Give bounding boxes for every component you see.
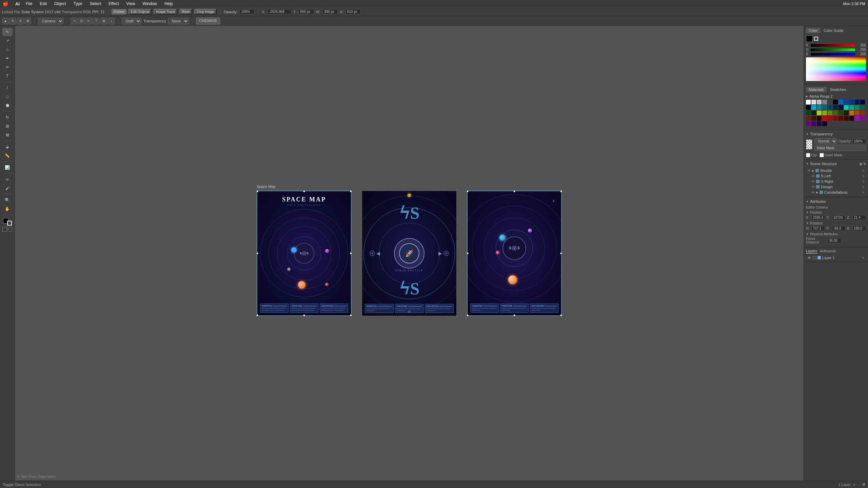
align-left[interactable]: ⊣ [71, 18, 77, 24]
swatch-green6[interactable] [844, 111, 849, 115]
play-right-circle[interactable]: • [443, 251, 449, 256]
scene-item-sleft[interactable]: 👁 S Left ✎ [806, 173, 866, 179]
scene-structure-header[interactable]: ▼ Scene Structure ⊞ ✎ [806, 162, 866, 166]
draw-normal[interactable]: □ [2, 227, 7, 232]
pen-tool[interactable]: ✒ [2, 54, 13, 62]
paint-tool[interactable]: ⬟ [2, 101, 13, 110]
swatch-blue1[interactable] [839, 100, 843, 104]
tab-artboards[interactable]: Artboards [820, 249, 836, 254]
tab-materials[interactable]: Materials [806, 87, 827, 92]
crop-image-button[interactable]: Crop Image [194, 9, 217, 15]
px-input[interactable] [811, 215, 825, 220]
swatch-teal6[interactable] [811, 111, 816, 115]
layer-1-visibility[interactable]: 👁 [807, 256, 811, 260]
play-left[interactable]: ◀ [376, 251, 380, 256]
rotate-tool[interactable]: ↻ [9, 18, 16, 24]
swatch-purple4[interactable] [811, 121, 816, 126]
rotation-title[interactable]: ▼ Rotation [806, 221, 866, 225]
swatch-teal2[interactable] [849, 105, 854, 110]
type-tool[interactable]: T [2, 72, 13, 80]
fit-page-btn[interactable]: ⊞ [862, 482, 865, 487]
sright-eye[interactable]: 👁 [811, 180, 815, 183]
menu-view[interactable]: View [125, 1, 137, 7]
swatch-cyan2[interactable] [817, 105, 822, 110]
menu-type[interactable]: Type [72, 1, 84, 7]
menu-edit[interactable]: Edit [38, 1, 48, 7]
play-right[interactable]: ▶ [438, 251, 442, 256]
artboard-1[interactable]: SPACE MAP Visual Representation S • S [257, 191, 352, 316]
y-input[interactable] [299, 9, 314, 14]
select-tool[interactable]: ↖ [2, 28, 13, 36]
edit-original-button[interactable]: Edit Original [129, 9, 152, 15]
swatch-blue6[interactable] [806, 105, 811, 110]
swatch-orange1[interactable] [849, 111, 854, 115]
swatch-purple5[interactable] [817, 121, 822, 126]
distort-tool[interactable]: ⊠ [2, 131, 13, 139]
swatch-blue5[interactable] [860, 100, 865, 104]
tab-color[interactable]: Color [806, 28, 820, 33]
rb-input[interactable] [852, 226, 866, 231]
r-slider[interactable] [811, 44, 855, 47]
swatch-red5[interactable] [844, 116, 849, 121]
swatch-green4[interactable] [833, 111, 838, 115]
swatch-1[interactable] [811, 100, 816, 104]
artboard-2[interactable]: 🚀 ϟS ϟS SPACE SHUTTLE • ◀ ▶ • [362, 191, 457, 316]
art-brush-tool[interactable]: 🖌 [2, 184, 13, 192]
scene-item-design[interactable]: 👁 Design ✎ [806, 184, 866, 190]
menu-file[interactable]: File [24, 1, 34, 7]
physical-attributes-title[interactable]: ▼ Physical Attributes [806, 232, 866, 236]
apple-menu[interactable]: 🍎 [3, 1, 8, 6]
swatch-orange5[interactable] [811, 116, 816, 121]
rotate-tool[interactable]: ↻ [2, 113, 13, 121]
transparency-header[interactable]: ▼ Transparency [806, 132, 866, 136]
scene-item-sright[interactable]: 👁 S Right ✎ [806, 179, 866, 184]
tab-color-guide[interactable]: Color Guide [821, 28, 846, 33]
swatch-red1[interactable] [822, 116, 827, 121]
position-title[interactable]: ▼ Position [806, 211, 866, 214]
x-input[interactable] [268, 9, 291, 14]
rp-input[interactable] [832, 226, 846, 231]
swatch-cyan6[interactable] [839, 105, 843, 110]
shuttle-expand[interactable]: ▶ [812, 169, 814, 172]
shuttle-edit[interactable]: ✎ [862, 169, 865, 173]
attributes-header[interactable]: ▼ Attributes [806, 199, 866, 203]
swatch-orange4[interactable] [806, 116, 811, 121]
h-input[interactable] [346, 9, 361, 14]
image-trace-button[interactable]: Image Trace [154, 9, 177, 15]
clip-checkbox[interactable] [806, 153, 810, 157]
selection-tool[interactable]: ▲ [2, 18, 9, 24]
graph-tool[interactable]: 📊 [2, 163, 13, 172]
invert-mask-checkbox[interactable] [820, 153, 824, 157]
swatch-white[interactable] [806, 100, 811, 104]
shuttle-eye[interactable]: 👁 [807, 169, 811, 173]
swatch-cyan1[interactable] [811, 105, 816, 110]
menu-select[interactable]: Select [88, 1, 102, 7]
swatch-purple2[interactable] [860, 116, 865, 121]
swatch-purple3[interactable] [806, 121, 811, 126]
pencil-tool[interactable]: ✏ [2, 63, 13, 71]
g-slider[interactable] [811, 48, 855, 51]
camera-select[interactable]: Camera [38, 18, 63, 24]
swatch-blue2[interactable] [844, 100, 849, 104]
mask-button[interactable]: Mask [179, 9, 192, 15]
swatch-cyan3[interactable] [822, 105, 827, 110]
tab-swatches[interactable]: Swatches [827, 87, 849, 92]
constellations-expand[interactable]: ▶ [816, 191, 818, 194]
swatch-green5[interactable] [839, 111, 843, 115]
color-spectrum[interactable] [806, 57, 866, 81]
constellations-eye[interactable]: 👁 [811, 191, 815, 194]
opacity-percent-input[interactable] [852, 139, 866, 144]
swatch-cyan4[interactable] [828, 105, 832, 110]
constellations-edit[interactable]: ✎ [862, 191, 865, 194]
cineware-button[interactable]: CINEWARE [196, 18, 220, 24]
hand-tool[interactable]: ✋ [2, 205, 13, 213]
embed-button[interactable]: Embed [112, 9, 126, 14]
swatch-red2[interactable] [828, 116, 832, 121]
stroke-display[interactable] [814, 37, 818, 41]
layer-1-lock[interactable] [813, 256, 816, 259]
swatch-purple6[interactable] [822, 121, 827, 126]
warp-tool[interactable]: ⌂ [2, 45, 13, 54]
swatch-red6[interactable] [849, 116, 854, 121]
swatch-2[interactable] [817, 100, 822, 104]
zoom-out-btn[interactable]: - [858, 483, 860, 487]
